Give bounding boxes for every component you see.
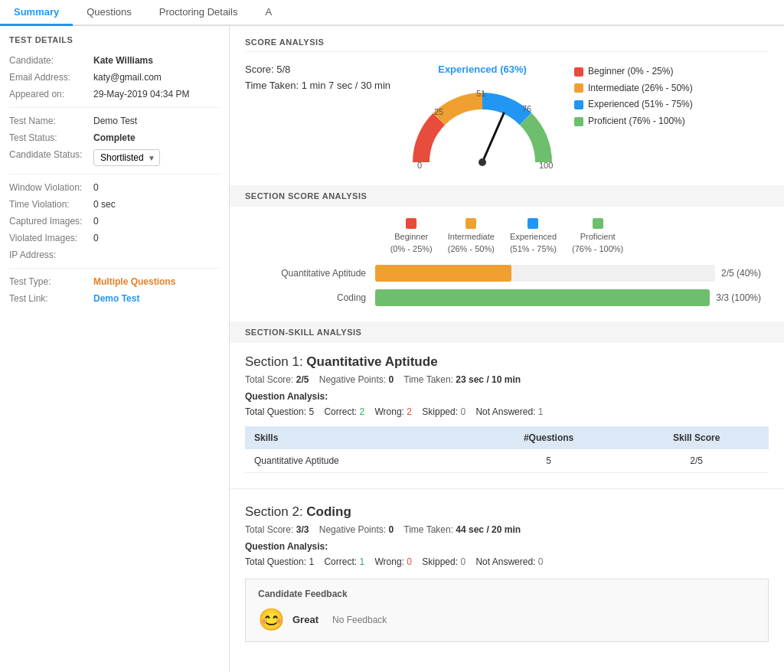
email-value: katy@gmail.com — [93, 72, 162, 83]
section-2-wrong: 0 — [407, 556, 412, 567]
section-2-skipped-label: Skipped: — [422, 556, 458, 567]
legend-color-intermediate — [574, 83, 583, 93]
test-status-value: Complete — [93, 132, 136, 143]
svg-text:51: 51 — [476, 89, 485, 98]
section-2-total-score: 3/3 — [296, 524, 309, 535]
test-details-title: TEST DETAILS — [9, 35, 220, 47]
skills-header-questions: #Questions — [473, 426, 624, 449]
window-violation-label: Window Violation: — [9, 182, 93, 193]
svg-text:0: 0 — [417, 161, 422, 170]
field-captured-images: Captured Images: 0 — [9, 216, 220, 227]
ip-address-label: IP Address: — [9, 250, 93, 260]
section-2-total-q: 1 — [309, 556, 314, 567]
section-1-skipped: 0 — [460, 406, 466, 417]
bar-legend-label-experienced-1: Experienced — [510, 232, 557, 241]
section-1-time-label: Time Taken: — [403, 374, 453, 385]
bar-legend-experienced: Experienced (51% - 75%) — [510, 218, 557, 253]
tab-bar: Summary Questions Proctoring Details A — [0, 0, 784, 26]
section-2-correct: 1 — [359, 556, 364, 567]
section-2-negative: 0 — [388, 524, 394, 535]
candidate-value: Kate Williams — [93, 55, 153, 66]
bar-row-coding: Coding 3/3 (100%) — [245, 289, 769, 306]
time-violation-value: 0 sec — [93, 199, 116, 210]
skills-table-row-1: Quantitative Aptitude 5 2/5 — [245, 449, 769, 473]
section-2-negative-label: Negative Points: — [319, 524, 386, 535]
test-type-label: Test Type: — [9, 276, 93, 287]
field-violated-images: Violated Images: 0 — [9, 233, 220, 243]
bar-legend-label-intermediate-1: Intermediate — [448, 232, 495, 241]
divider-1 — [9, 107, 220, 108]
legend-item-proficient: Proficient (76% - 100%) — [574, 113, 693, 130]
score-text: Score: 5/8 — [245, 64, 390, 75]
bar-legend-beginner: Beginner (0% - 25%) — [390, 218, 433, 253]
legend-label-beginner: Beginner (0% - 25%) — [588, 64, 673, 80]
section-2: Section 2: Coding Total Score: 3/3 Negat… — [245, 504, 769, 642]
bar-fill-quantitative — [375, 265, 511, 282]
section-1-time: 23 sec / 10 min — [456, 374, 521, 385]
section-1-qa-title: Question Analysis: — [245, 391, 769, 402]
bar-legend-color-beginner — [406, 218, 416, 229]
bar-legend-label-beginner-2: (0% - 25%) — [390, 244, 433, 253]
field-test-status: Test Status: Complete — [9, 132, 220, 143]
bar-value-coding: 3/3 (100%) — [716, 292, 761, 303]
section-2-meta: Total Score: 3/3 Negative Points: 0 Time… — [245, 524, 769, 535]
tab-questions[interactable]: Questions — [73, 0, 145, 26]
bar-legend-color-experienced — [528, 218, 538, 229]
section-score-title: SECTION SCORE ANALYSIS — [230, 185, 784, 207]
feedback-sentiment: Great — [292, 614, 318, 625]
legend-color-experienced — [574, 100, 583, 109]
score-analysis-title: SCORE ANALYSIS — [245, 38, 769, 52]
section-2-correct-label: Correct: — [324, 556, 357, 567]
divider-3 — [9, 268, 220, 269]
field-candidate: Candidate: Kate Williams — [9, 55, 220, 66]
section-2-na: 0 — [538, 556, 544, 567]
test-name-value: Demo Test — [93, 116, 137, 126]
violated-images-value: 0 — [93, 233, 99, 243]
section-2-time-label: Time Taken: — [403, 524, 453, 535]
skills-row-1-questions: 5 — [473, 449, 624, 473]
skills-table-1: Skills #Questions Skill Score Quantitati… — [245, 426, 769, 473]
section-score-analysis: SECTION SCORE ANALYSIS Beginner (0% - 25… — [245, 185, 769, 306]
candidate-status-select[interactable]: Shortlisted Rejected On Hold — [93, 149, 160, 166]
section-1-correct-label: Correct: — [324, 406, 357, 417]
score-analysis-section: SCORE ANALYSIS Score: 5/8 Time Taken: 1 … — [245, 38, 769, 170]
skills-row-1-score: 2/5 — [624, 449, 769, 473]
test-link-value: Demo Test — [93, 293, 139, 304]
bar-legend-label-intermediate-2: (26% - 50%) — [448, 244, 495, 253]
section-1-skipped-label: Skipped: — [422, 406, 458, 417]
candidate-status-select-wrapper[interactable]: Shortlisted Rejected On Hold ▼ — [93, 149, 160, 166]
tab-a[interactable]: A — [251, 0, 286, 26]
test-name-label: Test Name: — [9, 116, 93, 126]
bar-legend-proficient: Proficient (76% - 100%) — [572, 218, 623, 253]
bar-legend-label-proficient-2: (76% - 100%) — [572, 244, 623, 253]
bar-fill-coding — [375, 289, 710, 306]
skills-header-score: Skill Score — [624, 426, 769, 449]
section-2-stats: Total Question: 1 Correct: 1 Wrong: 0 Sk… — [245, 556, 769, 567]
tab-proctoring-details[interactable]: Proctoring Details — [145, 0, 252, 26]
skill-section-title: SECTION-SKILL ANALYSIS — [230, 321, 784, 343]
captured-images-label: Captured Images: — [9, 216, 93, 227]
feedback-title: Candidate Feedback — [258, 589, 756, 599]
bar-legend-color-proficient — [593, 218, 603, 229]
legend-label-experienced: Experienced (51% - 75%) — [588, 96, 693, 113]
svg-text:76: 76 — [522, 104, 531, 113]
gauge-wrapper: Experienced (63%) — [406, 64, 559, 170]
section-2-total-q-label: Total Question: — [245, 556, 306, 567]
legend-label-proficient: Proficient (76% - 100%) — [588, 113, 685, 130]
candidate-status-label: Candidate Status: — [9, 149, 93, 160]
skills-header-skills: Skills — [245, 426, 473, 449]
gauge-legend: Beginner (0% - 25%) Intermediate (26% - … — [574, 64, 693, 129]
field-window-violation: Window Violation: 0 — [9, 182, 220, 193]
section-1-correct: 2 — [359, 406, 364, 417]
tab-summary[interactable]: Summary — [0, 0, 73, 26]
section-2-name: Section 2: Coding — [245, 504, 769, 520]
time-violation-label: Time Violation: — [9, 199, 93, 210]
field-candidate-status: Candidate Status: Shortlisted Rejected O… — [9, 149, 220, 166]
legend-color-proficient — [574, 117, 583, 126]
right-panel: SCORE ANALYSIS Score: 5/8 Time Taken: 1 … — [230, 26, 784, 672]
section-1-stats: Total Question: 5 Correct: 2 Wrong: 2 Sk… — [245, 406, 769, 417]
window-violation-value: 0 — [93, 182, 99, 193]
captured-images-value: 0 — [93, 216, 99, 227]
legend-item-intermediate: Intermediate (26% - 50%) — [574, 80, 693, 97]
legend-item-experienced: Experienced (51% - 75%) — [574, 96, 693, 113]
